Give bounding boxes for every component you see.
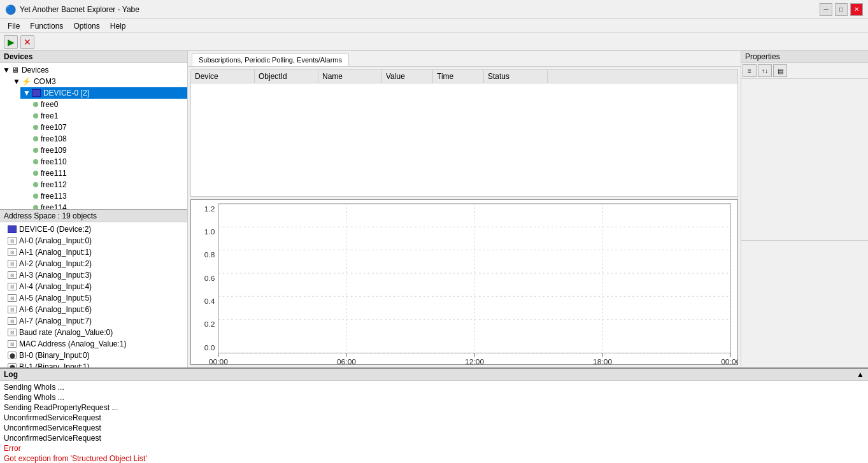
- close-button[interactable]: ✕: [850, 3, 863, 16]
- tree-item-com3[interactable]: ▼ ⚡ COM3: [10, 76, 187, 87]
- addr-ai4-icon: ⊠: [8, 283, 17, 290]
- free109-label: free109: [41, 146, 67, 155]
- expand-icon: ▼: [3, 66, 10, 75]
- dot-free113: [33, 194, 38, 199]
- addr-ai7-label: AI-7 (Analog_Input:7): [19, 317, 92, 325]
- addr-ai5[interactable]: ⊠ AI-5 (Analog_Input:5): [0, 292, 187, 304]
- log-line: Sending WhoIs ...: [4, 382, 864, 392]
- log-scroll-btn[interactable]: ▲: [857, 370, 864, 379]
- dot-free109: [33, 148, 38, 153]
- log-line: Error: [4, 443, 864, 453]
- main-content: Devices ▼ 🖥 Devices ▼ ⚡ COM3 ▼: [0, 51, 868, 367]
- expand-icon-device0: ▼: [23, 89, 31, 97]
- maximize-button[interactable]: □: [835, 3, 848, 16]
- menu-file[interactable]: File: [3, 20, 25, 32]
- svg-text:0.6: 0.6: [204, 274, 215, 281]
- devices-section: Devices ▼ 🖥 Devices ▼ ⚡ COM3 ▼: [0, 51, 187, 210]
- titlebar: 🔵 Yet Another Bacnet Explorer - Yabe ─ □…: [0, 0, 868, 19]
- tree-item-devices[interactable]: ▼ 🖥 Devices: [0, 64, 187, 76]
- addr-ai4[interactable]: ⊠ AI-4 (Analog_Input:4): [0, 281, 187, 292]
- svg-text:18:00: 18:00: [593, 359, 612, 364]
- tree-item-free113[interactable]: free113: [31, 190, 187, 202]
- titlebar-left: 🔵 Yet Another Bacnet Explorer - Yabe: [5, 4, 139, 15]
- addr-bi0[interactable]: ⬤ BI-0 (Binary_Input:0): [0, 350, 187, 361]
- svg-text:06:00: 06:00: [337, 359, 356, 364]
- addr-baud[interactable]: ⊠ Baud rate (Analog_Value:0): [0, 327, 187, 338]
- com3-label: COM3: [34, 77, 56, 86]
- addr-device0-icon: [8, 225, 17, 233]
- addr-mac[interactable]: ⊠ MAC Address (Analog_Value:1): [0, 338, 187, 350]
- device0-icon: [32, 89, 41, 97]
- svg-text:1.0: 1.0: [204, 229, 215, 236]
- addr-bi1[interactable]: ⬤ BI-1 (Binary_Input:1): [0, 361, 187, 367]
- tree-item-free0[interactable]: free0: [31, 99, 187, 110]
- connect-button[interactable]: ▶: [4, 35, 18, 49]
- col-value: Value: [382, 70, 433, 83]
- addr-ai6-icon: ⊠: [8, 306, 17, 313]
- addr-ai6-label: AI-6 (Analog_Input:6): [19, 305, 92, 314]
- devices-tree[interactable]: ▼ 🖥 Devices ▼ ⚡ COM3 ▼ DEVICE-0 [2]: [0, 63, 187, 209]
- dot-free110: [33, 159, 38, 164]
- sub-table-body: [191, 83, 737, 196]
- log-line: UnconfirmedServiceRequest: [4, 413, 864, 423]
- free107-label: free107: [41, 123, 67, 132]
- properties-panel: Properties ≡ ↑↓ ▤: [741, 51, 868, 367]
- col-objectid: ObjectId: [255, 70, 318, 83]
- log-content[interactable]: Sending WhoIs ...Sending WhoIs ...Sendin…: [0, 381, 868, 463]
- prop-grid-btn[interactable]: ▤: [773, 64, 787, 77]
- log-line: Sending WhoIs ...: [4, 392, 864, 402]
- addr-ai1[interactable]: ⊠ AI-1 (Analog_Input:1): [0, 246, 187, 258]
- free1-label: free1: [41, 111, 58, 120]
- devices-header: Devices: [0, 51, 187, 63]
- expand-icon-com3: ▼: [13, 77, 20, 86]
- free112-label: free112: [41, 180, 67, 189]
- tree-item-free111[interactable]: free111: [31, 167, 187, 179]
- menu-functions[interactable]: Functions: [25, 20, 68, 32]
- left-panel: Devices ▼ 🖥 Devices ▼ ⚡ COM3 ▼: [0, 51, 188, 367]
- col-status: Status: [484, 70, 548, 83]
- addr-ai3[interactable]: ⊠ AI-3 (Analog_Input:3): [0, 269, 187, 281]
- center-panel: Subscriptions, Periodic Polling, Events/…: [188, 51, 741, 367]
- tree-item-free109[interactable]: free109: [31, 145, 187, 156]
- addr-baud-label: Baud rate (Analog_Value:0): [19, 328, 113, 337]
- tree-item-free108[interactable]: free108: [31, 133, 187, 145]
- tree-item-device0[interactable]: ▼ DEVICE-0 [2]: [20, 87, 187, 99]
- tree-item-free114[interactable]: free114: [31, 202, 187, 209]
- prop-list-btn[interactable]: ≡: [743, 64, 757, 77]
- addr-ai3-icon: ⊠: [8, 271, 17, 279]
- svg-text:12:00: 12:00: [465, 359, 484, 364]
- addr-ai2[interactable]: ⊠ AI-2 (Analog_Input:2): [0, 258, 187, 269]
- sub-table-header: Device ObjectId Name Value Time Status: [191, 70, 737, 83]
- addr-ai6[interactable]: ⊠ AI-6 (Analog_Input:6): [0, 304, 187, 315]
- menu-help[interactable]: Help: [105, 20, 131, 32]
- free113-label: free113: [41, 192, 67, 201]
- menubar: File Functions Options Help: [0, 19, 868, 33]
- addr-device0[interactable]: DEVICE-0 (Device:2): [0, 224, 187, 235]
- toolbar: ▶ ✕: [0, 33, 868, 51]
- addr-ai0[interactable]: ⊠ AI-0 (Analog_Input:0): [0, 235, 187, 246]
- address-tree[interactable]: DEVICE-0 (Device:2) ⊠ AI-0 (Analog_Input…: [0, 222, 187, 367]
- tree-item-free112[interactable]: free112: [31, 179, 187, 190]
- addr-ai1-icon: ⊠: [8, 248, 17, 256]
- log-title: Log: [4, 370, 18, 379]
- log-section: Log ▲ Sending WhoIs ...Sending WhoIs ...…: [0, 367, 868, 463]
- menu-options[interactable]: Options: [68, 20, 104, 32]
- tree-item-free110[interactable]: free110: [31, 156, 187, 167]
- log-line: UnconfirmedServiceRequest: [4, 433, 864, 443]
- tab-subscriptions[interactable]: Subscriptions, Periodic Polling, Events/…: [192, 53, 349, 66]
- addr-ai2-icon: ⊠: [8, 260, 17, 267]
- tree-item-free107[interactable]: free107: [31, 122, 187, 133]
- minimize-button[interactable]: ─: [820, 3, 832, 16]
- tree-item-free1[interactable]: free1: [31, 110, 187, 122]
- device0-label: DEVICE-0 [2]: [43, 89, 89, 97]
- prop-sort-btn[interactable]: ↑↓: [758, 64, 772, 77]
- svg-text:0.0: 0.0: [204, 344, 215, 351]
- com3-icon: ⚡: [22, 77, 31, 86]
- dot-free114: [33, 205, 38, 209]
- disconnect-button[interactable]: ✕: [20, 35, 34, 49]
- addr-bi1-label: BI-1 (Binary_Input:1): [19, 362, 90, 367]
- log-line: Sending ReadPropertyRequest ...: [4, 402, 864, 413]
- titlebar-title: Yet Another Bacnet Explorer - Yabe: [20, 5, 139, 14]
- addr-ai7[interactable]: ⊠ AI-7 (Analog_Input:7): [0, 315, 187, 327]
- svg-text:00:00: 00:00: [209, 359, 228, 364]
